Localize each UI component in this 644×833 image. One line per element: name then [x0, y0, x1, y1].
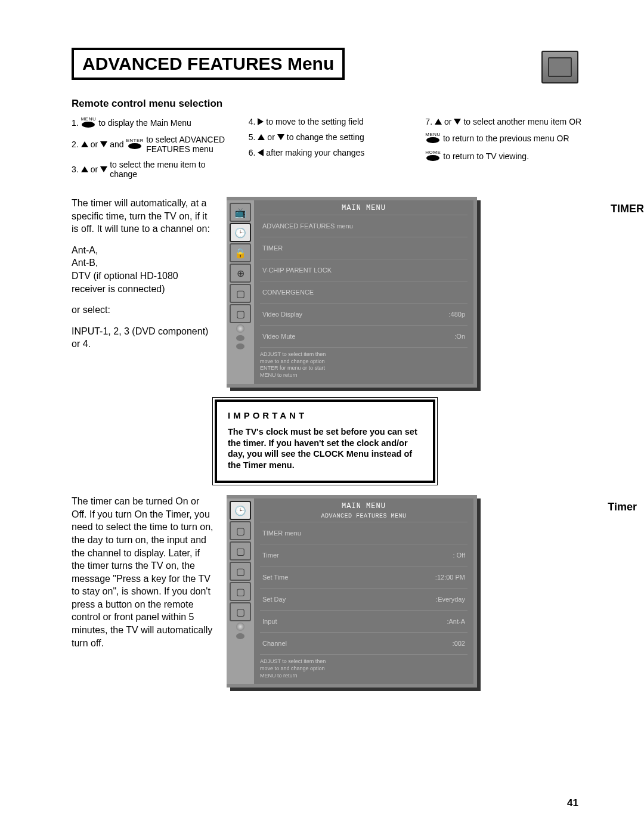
tv-icon: 📺 — [230, 203, 251, 222]
left-arrow-icon — [258, 149, 264, 156]
down-arrow-icon — [100, 166, 107, 172]
timer-menu-icon-column: 🕒 ▢ ▢ ▢ ▢ ▢ — [227, 498, 254, 684]
convergence-icon: ⊕ — [230, 264, 251, 283]
timer-menu-item-set-day: Set Day:Everyday — [260, 588, 467, 610]
instructions-col-3: 7. or to select another menu item OR MEN… — [425, 117, 584, 185]
timer-description: The timer will automatically, at a speci… — [72, 197, 215, 359]
page-title: ADVANCED FEATURES Menu — [82, 54, 334, 74]
up-arrow-icon — [81, 166, 88, 172]
home-button-icon: HOME — [425, 150, 441, 162]
square-icon: ▢ — [230, 602, 251, 621]
square-icon: ▢ — [230, 582, 251, 601]
main-menu-screenshot: 📺 🕒 🔒 ⊕ ▢ ▢ MAIN MENU ADVANCED FEATURES … — [227, 197, 477, 388]
down-arrow-icon — [454, 119, 461, 125]
timer-menu-item-channel: Channel:002 — [260, 632, 467, 654]
square-icon: ▢ — [230, 521, 251, 540]
main-menu-hint: ADJUST to select item then move to and c… — [260, 347, 467, 379]
timer-menu-screenshot: 🕒 ▢ ▢ ▢ ▢ ▢ MAIN MENU ADVANCED FEATURES … — [227, 495, 477, 688]
timer-p1: The timer will automatically, at a speci… — [72, 197, 215, 236]
important-title: IMPORTANT — [228, 410, 422, 420]
square-icon: ▢ — [230, 562, 251, 581]
menu-button-icon: MENU — [425, 132, 441, 144]
important-box: IMPORTANT The TV's clock must be set bef… — [215, 400, 435, 483]
important-text: The TV's clock must be set before you ca… — [228, 426, 422, 471]
down-arrow-icon — [100, 141, 107, 147]
lock-icon: 🔒 — [230, 243, 251, 262]
page-title-box: ADVANCED FEATURES Menu — [72, 48, 345, 80]
timer-menu-subtitle: ADVANCED FEATURES MENU — [260, 513, 467, 519]
timer-p4: INPUT-1, 2, 3 (DVD component) or 4. — [72, 325, 215, 351]
up-arrow-icon — [81, 141, 88, 147]
clock-icon: 🕒 — [230, 223, 251, 242]
mute-icon: ▢ — [230, 304, 251, 323]
menu-item-video-mute: Video Mute:On — [260, 325, 467, 347]
tv-graduation-icon — [541, 51, 578, 83]
timer-menu-panel: MAIN MENU ADVANCED FEATURES MENU TIMER m… — [254, 498, 473, 684]
timer-onoff-description: The timer can be turned On or Off. If yo… — [72, 495, 215, 649]
menu-item-advanced-features: ADVANCED FEATURES menu — [260, 215, 467, 237]
page-number: 41 — [567, 797, 578, 809]
down-arrow-icon — [277, 134, 284, 140]
timer-side-label: TIMER — [611, 203, 644, 215]
up-arrow-icon — [435, 119, 442, 125]
up-arrow-icon — [258, 134, 265, 140]
main-menu-icon-column: 📺 🕒 🔒 ⊕ ▢ ▢ — [227, 200, 254, 384]
timer-p3: or select: — [72, 304, 215, 317]
timer-menu-title: MAIN MENU — [260, 502, 467, 510]
enter-button-icon: ENTER — [126, 138, 144, 150]
menu-button-icon: MENU — [81, 117, 97, 129]
square-icon: ▢ — [230, 541, 251, 561]
dot-icon — [236, 343, 244, 349]
remote-control-subhead: Remote control menu selection — [72, 98, 584, 110]
gradient-dot-icon — [236, 623, 244, 631]
dot-icon — [236, 633, 244, 639]
timer-menu-header: TIMER menu — [260, 522, 467, 544]
timer-menu-hint: ADJUST to select item then move to and c… — [260, 654, 467, 679]
menu-item-video-display: Video Display:480p — [260, 303, 467, 325]
menu-item-timer: TIMER — [260, 237, 467, 259]
right-arrow-icon — [258, 118, 264, 125]
gradient-dot-icon — [236, 324, 244, 333]
timer-side-label-2: Timer — [608, 501, 637, 513]
timer-menu-item-set-time: Set Time:12:00 PM — [260, 566, 467, 588]
main-menu-panel: MAIN MENU ADVANCED FEATURES menu TIMER V… — [254, 200, 473, 384]
display-icon: ▢ — [230, 284, 251, 303]
clock-icon: 🕒 — [230, 501, 251, 520]
instructions-col-1: 1. MENU to display the Main Menu 2. or a… — [72, 117, 231, 185]
dot-icon — [236, 335, 244, 341]
main-menu-title: MAIN MENU — [260, 204, 467, 212]
instructions: 1. MENU to display the Main Menu 2. or a… — [72, 117, 584, 185]
menu-item-convergence: CONVERGENCE — [260, 281, 467, 303]
timer-p2: Ant-A, Ant-B, DTV (if optional HD-1080 r… — [72, 244, 215, 295]
timer-menu-item-timer: Timer: Off — [260, 544, 467, 566]
instructions-col-2: 4. to move to the setting field 5. or to… — [249, 117, 408, 185]
menu-item-vchip: V-CHIP PARENT LOCK — [260, 259, 467, 281]
timer-menu-item-input: Input:Ant-A — [260, 610, 467, 632]
